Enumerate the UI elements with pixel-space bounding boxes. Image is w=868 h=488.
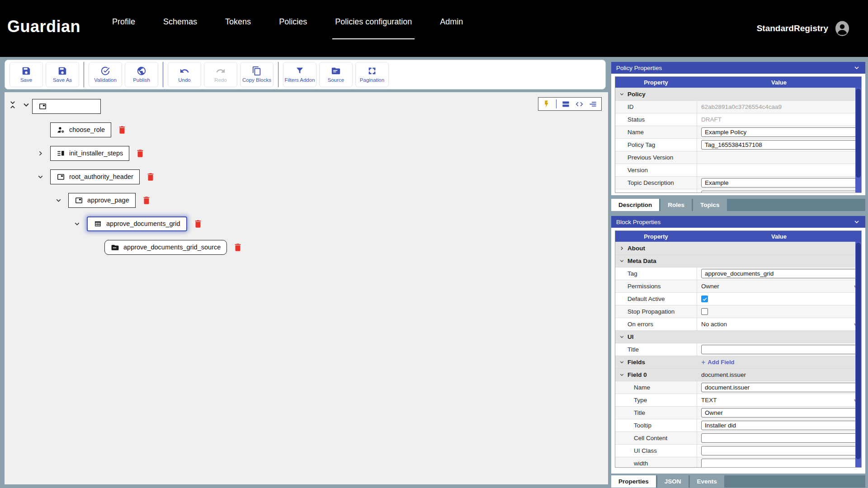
property-label bbox=[615, 189, 697, 193]
undo-button[interactable]: Undo bbox=[168, 62, 201, 87]
nav-item-profile[interactable]: Profile bbox=[112, 17, 135, 27]
tree-node-item[interactable] bbox=[32, 99, 101, 114]
group-label-text: Fields bbox=[627, 359, 645, 366]
chevron-right-icon[interactable] bbox=[37, 149, 50, 157]
chevron-down-icon[interactable] bbox=[619, 372, 625, 378]
permissions-select-value: Owner bbox=[701, 283, 719, 290]
avatar-icon[interactable] bbox=[834, 20, 851, 37]
property-value bbox=[697, 164, 861, 176]
scrollbar[interactable] bbox=[855, 242, 861, 467]
property-row-default-active: Default Active bbox=[615, 292, 861, 305]
nav-item-tokens[interactable]: Tokens bbox=[225, 17, 251, 27]
tree-icon[interactable] bbox=[589, 100, 597, 108]
block-properties-header[interactable]: Block Properties bbox=[611, 216, 865, 228]
tree-node-approve-documents-grid-source[interactable]: approve_documents_grid_source bbox=[104, 240, 227, 255]
delete-block-button[interactable] bbox=[233, 242, 243, 253]
ui-class-input[interactable] bbox=[701, 446, 857, 455]
property-value bbox=[697, 151, 861, 164]
nav-item-policies-configuration[interactable]: Policies configuration bbox=[335, 17, 412, 27]
delete-block-button[interactable] bbox=[117, 125, 127, 135]
nav-item-admin[interactable]: Admin bbox=[440, 17, 463, 27]
chevron-down-icon[interactable] bbox=[853, 64, 860, 71]
nav-item-schemas[interactable]: Schemas bbox=[163, 17, 197, 27]
chevron-down-icon[interactable] bbox=[619, 91, 625, 97]
topic-description-input[interactable] bbox=[701, 178, 857, 188]
validation-icon bbox=[100, 66, 110, 76]
group-row-field-0: Field 0document.issuer bbox=[615, 368, 861, 381]
property-row-tag: Tag bbox=[615, 267, 861, 280]
tree-row bbox=[19, 99, 101, 114]
save-as-button[interactable]: Save As bbox=[46, 62, 79, 87]
policy-tab-topics[interactable]: Topics bbox=[693, 199, 727, 211]
stop-propagation-checkbox[interactable] bbox=[701, 308, 708, 315]
chevron-down-icon[interactable] bbox=[619, 359, 625, 365]
property-label: Policy Tag bbox=[615, 139, 697, 151]
policy-tab-description[interactable]: Description bbox=[611, 199, 659, 211]
scrollbar[interactable] bbox=[855, 88, 861, 192]
code-icon[interactable] bbox=[575, 100, 584, 108]
publish-button[interactable]: Publish bbox=[125, 62, 158, 87]
name-input[interactable] bbox=[701, 127, 857, 137]
block-properties-panel: Block Properties Property Value AboutMet… bbox=[611, 216, 865, 474]
tree-node-init-installer-steps[interactable]: init_installer_steps bbox=[50, 146, 129, 161]
delete-block-button[interactable] bbox=[135, 148, 145, 159]
default-active-checkbox[interactable] bbox=[701, 296, 708, 302]
chevron-down-icon[interactable] bbox=[619, 258, 625, 264]
delete-block-button[interactable] bbox=[193, 219, 203, 229]
source-button[interactable]: Source bbox=[319, 62, 353, 87]
chevron-down-icon[interactable] bbox=[55, 196, 68, 204]
collapse-all-icon[interactable] bbox=[8, 100, 17, 109]
policy-properties-header[interactable]: Policy Properties bbox=[611, 62, 865, 74]
delete-block-button[interactable] bbox=[146, 172, 156, 182]
policy-tab-roles[interactable]: Roles bbox=[660, 199, 692, 211]
blocks-icon[interactable] bbox=[561, 100, 570, 108]
nav-item-policies[interactable]: Policies bbox=[279, 17, 307, 27]
save-button[interactable]: Save bbox=[9, 62, 43, 87]
group-row-policy: Policy bbox=[615, 88, 861, 100]
tree-node-choose-role[interactable]: choose_role bbox=[50, 122, 111, 137]
property-label: Type bbox=[615, 394, 697, 406]
tree-node-approve-page[interactable]: approve_page bbox=[68, 193, 136, 208]
pagination-button[interactable]: Pagination bbox=[355, 62, 389, 87]
tree-node-approve-documents-grid[interactable]: approve_documents_grid bbox=[87, 216, 187, 231]
validation-button[interactable]: Validation bbox=[89, 62, 122, 87]
value-input[interactable] bbox=[701, 191, 857, 193]
editor-tab-json[interactable]: JSON bbox=[657, 475, 689, 488]
chevron-down-icon[interactable] bbox=[619, 334, 625, 340]
property-label: Permissions bbox=[615, 280, 697, 292]
tree-row: init_installer_steps bbox=[37, 145, 145, 161]
property-value bbox=[697, 407, 861, 419]
copy-blocks-button[interactable]: Copy Blocks bbox=[240, 62, 274, 87]
policy-tag-input[interactable] bbox=[701, 140, 857, 150]
property-label: Cell Content bbox=[615, 432, 697, 444]
property-value: Owner▾ bbox=[697, 280, 861, 292]
chevron-down-icon[interactable] bbox=[37, 173, 50, 181]
button-label: Filters Addon bbox=[284, 77, 315, 83]
width-input[interactable] bbox=[701, 459, 857, 468]
title-input[interactable] bbox=[701, 408, 857, 418]
tooltip-input[interactable] bbox=[701, 421, 857, 430]
tree-node-root-authority-header[interactable]: root_authority_header bbox=[50, 169, 140, 184]
button-label: Undo bbox=[178, 77, 191, 83]
cell-content-input[interactable] bbox=[701, 433, 857, 443]
pagination-icon bbox=[367, 66, 377, 76]
title-input[interactable] bbox=[701, 345, 857, 354]
property-label: width bbox=[615, 457, 697, 468]
property-label: Title bbox=[615, 343, 697, 356]
property-value: No action▾ bbox=[697, 318, 861, 330]
tree-row: approve_documents_grid bbox=[73, 216, 203, 231]
editor-tab-properties[interactable]: Properties bbox=[611, 475, 656, 488]
chevron-right-icon[interactable] bbox=[619, 245, 625, 251]
add-field-button[interactable]: +Add Field bbox=[701, 358, 735, 366]
chevron-down-icon[interactable] bbox=[73, 220, 87, 228]
delete-block-button[interactable] bbox=[142, 195, 151, 206]
group-label-text: Meta Data bbox=[627, 258, 656, 264]
tag-input[interactable] bbox=[701, 269, 857, 278]
name-input[interactable] bbox=[701, 383, 857, 392]
filters-addon-button[interactable]: Filters Addon bbox=[283, 62, 316, 87]
property-label: Status bbox=[615, 113, 697, 126]
flash-icon[interactable] bbox=[542, 100, 551, 108]
property-value bbox=[697, 126, 861, 138]
editor-tab-events[interactable]: Events bbox=[690, 475, 724, 488]
chevron-down-icon[interactable] bbox=[853, 218, 860, 225]
